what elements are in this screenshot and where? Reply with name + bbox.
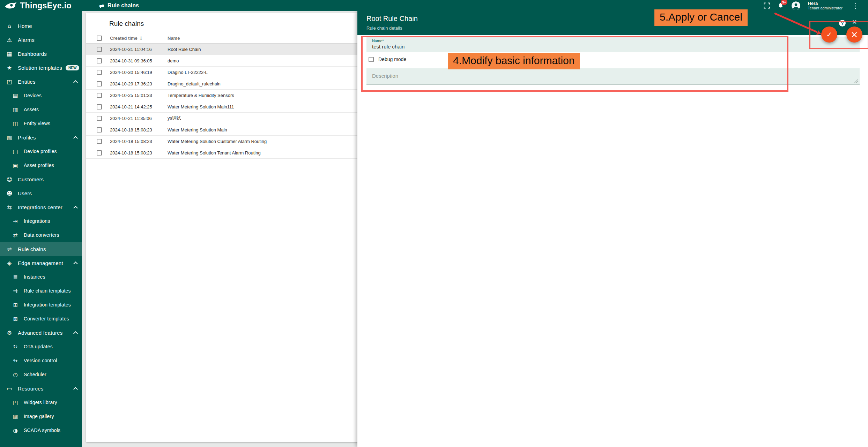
sidebar-item-rule-chains[interactable]: ⇌Rule chains (0, 242, 82, 256)
debug-mode-row: Debug mode (369, 55, 406, 63)
sidebar-item-image-gallery[interactable]: ▨Image gallery (0, 409, 82, 423)
row-checkbox[interactable] (97, 70, 102, 75)
drawer-subtitle: Rule chain details (366, 25, 868, 31)
sidebar-item-rule-chain-templates[interactable]: ⇉Rule chain templates (0, 284, 82, 298)
sidebar-item-home[interactable]: ⌂Home (0, 19, 82, 33)
sidebar-item-ota-updates[interactable]: ↻OTA updates (0, 340, 82, 354)
device-profiles-icon: ▢ (12, 148, 19, 155)
name-field[interactable]: Name* (366, 37, 860, 52)
cancel-button[interactable]: × (846, 26, 862, 43)
dashboards-icon: ▦ (6, 51, 13, 57)
sidebar-item-converter-templates[interactable]: ⊠Converter templates (0, 312, 82, 326)
sidebar-item-entities[interactable]: ◳Entities (0, 75, 82, 89)
new-badge: NEW (66, 65, 79, 70)
rule-chain-name-input[interactable] (372, 44, 710, 50)
chevron-up-icon (73, 387, 78, 392)
logo[interactable]: ThingsEye.io (4, 1, 84, 10)
logo-icon (4, 1, 17, 10)
sidebar-item-integrations-center[interactable]: ⇆Integrations center (0, 200, 82, 214)
row-checkbox[interactable] (97, 150, 102, 156)
row-checkbox[interactable] (97, 104, 102, 109)
data-converters-icon: ⇄ (12, 232, 19, 238)
sidebar: ⌂Home ⚠Alarms ▦Dashboards ★Solution temp… (0, 11, 82, 447)
chevron-up-icon (73, 80, 78, 85)
sidebar-item-solution-templates[interactable]: ★Solution templatesNEW (0, 61, 82, 75)
fullscreen-button[interactable] (763, 2, 770, 9)
app-header: ThingsEye.io ⇌ Rule chains 9+ (0, 0, 868, 11)
sidebar-item-widgets-library[interactable]: ◰Widgets library (0, 395, 82, 409)
row-checkbox[interactable] (97, 47, 102, 52)
more-menu-button[interactable]: ⋮ (850, 2, 862, 9)
logo-text: ThingsEye.io (20, 1, 72, 10)
chevron-up-icon (73, 331, 78, 336)
row-checkbox[interactable] (97, 127, 102, 132)
sidebar-item-edge-management[interactable]: ◈Edge management (0, 256, 82, 270)
close-icon: × (851, 29, 858, 40)
assets-icon: ▥ (12, 106, 19, 113)
check-icon: ✓ (826, 30, 832, 39)
apply-button[interactable]: ✓ (821, 26, 837, 43)
integrations-icon: ⇥ (12, 218, 19, 225)
sidebar-item-asset-profiles[interactable]: ▣Asset profiles (0, 158, 82, 172)
sidebar-item-customers[interactable]: ☺Customers (0, 172, 82, 186)
description-field[interactable]: Description (366, 68, 860, 85)
rule-chains-breadcrumb-icon: ⇌ (99, 2, 104, 9)
details-drawer: Root Rule Chain Rule chain details ? × ✓… (357, 11, 868, 447)
entities-icon: ◳ (6, 78, 13, 85)
entity-views-icon: ◫ (12, 120, 19, 127)
chevron-up-icon (73, 136, 78, 141)
sidebar-item-dashboards[interactable]: ▦Dashboards (0, 47, 82, 61)
row-checkbox[interactable] (97, 93, 102, 98)
debug-mode-checkbox[interactable] (369, 57, 374, 62)
drawer-title: Root Rule Chain (366, 15, 868, 23)
user-name: Hera (808, 1, 843, 6)
advanced-features-icon: ⚙ (6, 329, 13, 336)
user-info: Hera Tenant administrator (808, 1, 843, 11)
instances-icon: ≣ (12, 274, 19, 280)
version-control-icon: ↬ (12, 357, 19, 364)
chevron-up-icon (73, 206, 78, 210)
users-icon: ☻ (6, 190, 13, 197)
sidebar-item-instances[interactable]: ≣Instances (0, 270, 82, 284)
sidebar-item-profiles[interactable]: ▧Profiles (0, 130, 82, 144)
sidebar-item-scheduler[interactable]: ◷Scheduler (0, 368, 82, 381)
sidebar-item-devices[interactable]: ▤Devices (0, 89, 82, 103)
row-checkbox[interactable] (97, 116, 102, 121)
alarm-icon: ⚠ (6, 37, 13, 43)
sidebar-item-device-profiles[interactable]: ▢Device profiles (0, 144, 82, 158)
row-checkbox[interactable] (97, 58, 102, 63)
devices-icon: ▤ (12, 92, 19, 99)
row-checkbox[interactable] (97, 139, 102, 144)
column-created-time[interactable]: Created time ↓ (110, 36, 168, 41)
sidebar-item-alarms[interactable]: ⚠Alarms (0, 33, 82, 47)
scada-symbols-icon: ◑ (12, 427, 19, 434)
asset-profiles-icon: ▣ (12, 162, 19, 169)
sidebar-item-entity-views[interactable]: ◫Entity views (0, 116, 82, 130)
close-icon[interactable]: × (852, 18, 857, 26)
resources-icon: ▭ (6, 385, 13, 392)
sidebar-item-advanced-features[interactable]: ⚙Advanced features (0, 326, 82, 340)
notifications-button[interactable]: 9+ (777, 2, 784, 9)
debug-mode-label: Debug mode (378, 56, 406, 62)
ota-updates-icon: ↻ (12, 343, 19, 350)
sidebar-item-integrations[interactable]: ⇥Integrations (0, 214, 82, 228)
sidebar-item-scada-symbols[interactable]: ◑SCADA symbols (0, 423, 82, 437)
resize-handle-icon[interactable] (854, 79, 858, 83)
solution-templates-icon: ★ (6, 65, 13, 71)
sidebar-item-integration-templates[interactable]: ⊞Integration templates (0, 298, 82, 312)
breadcrumb[interactable]: ⇌ Rule chains (99, 2, 139, 9)
sidebar-item-users[interactable]: ☻Users (0, 186, 82, 200)
home-icon: ⌂ (6, 23, 13, 29)
appbar-actions: 9+ Hera Tenant administrator ⋮ (763, 1, 864, 11)
user-avatar[interactable] (791, 1, 801, 10)
sidebar-item-assets[interactable]: ▥Assets (0, 103, 82, 116)
notifications-badge: 9+ (781, 0, 787, 5)
sidebar-item-resources[interactable]: ▭Resources (0, 381, 82, 395)
sidebar-item-version-control[interactable]: ↬Version control (0, 354, 82, 368)
sidebar-item-data-converters[interactable]: ⇄Data converters (0, 228, 82, 242)
scheduler-icon: ◷ (12, 371, 19, 378)
rule-chain-templates-icon: ⇉ (12, 288, 19, 294)
row-checkbox[interactable] (97, 81, 102, 86)
help-icon[interactable]: ? (839, 20, 846, 26)
select-all-checkbox[interactable] (97, 36, 102, 41)
